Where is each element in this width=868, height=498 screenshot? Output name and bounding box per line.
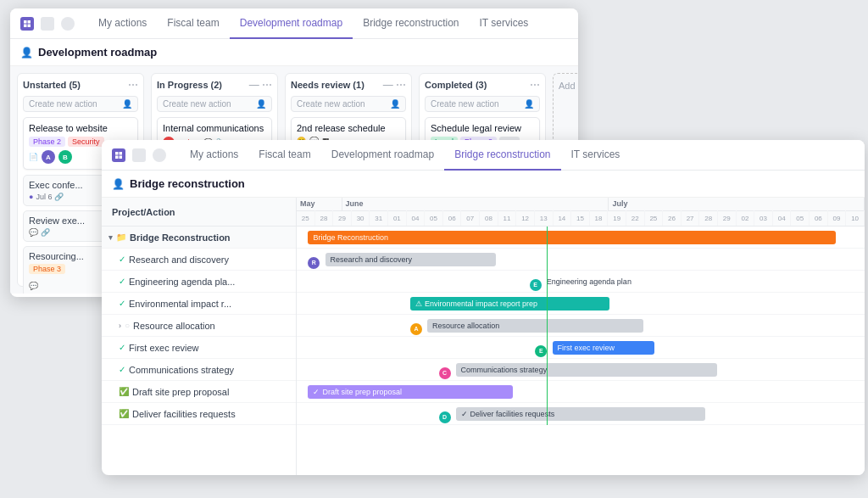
gantt-window: My actions Fiscal team Development roadm… (102, 140, 865, 475)
card-title-legal: Schedule legal review (431, 123, 534, 133)
month-june: June (342, 198, 609, 210)
user-icon-2: 👤 (112, 178, 125, 190)
add-status-text: Add a new status (559, 81, 578, 91)
tab-gantt-dev-roadmap[interactable]: Development roadmap (321, 140, 444, 171)
sidebar-row-engineering[interactable]: ✓ Engineering agenda pla... (102, 271, 296, 293)
tab-gantt-my-actions[interactable]: My actions (180, 140, 248, 171)
gantt-days: 2528293031010405060708111213141518192225… (297, 210, 865, 226)
day-label: 27 (682, 210, 700, 226)
create-action-completed[interactable]: Create new action 👤 (425, 96, 540, 112)
mic-icon-2[interactable] (153, 148, 166, 162)
check-icon-2: ✓ (119, 277, 125, 286)
check-bar-2: ✓ (461, 410, 468, 418)
sidebar-row-exec[interactable]: ✓ First exec review (102, 337, 296, 359)
svg-rect-0 (24, 20, 27, 24)
tab-it-services[interactable]: IT services (470, 8, 539, 39)
avatar-comms: C (439, 363, 451, 379)
col-menu-completed[interactable]: ⋯ (530, 79, 540, 91)
day-label: 30 (352, 210, 370, 226)
gantt-row-env: ⚠ Environmental impact report prep (297, 293, 865, 315)
day-label: 28 (699, 210, 718, 226)
svg-rect-6 (115, 155, 119, 159)
check-icon-3: ✓ (119, 299, 125, 308)
sidebar-row-research[interactable]: ✓ Research and discovery (102, 249, 296, 271)
create-action-progress[interactable]: Create new action 👤 (157, 96, 272, 112)
tag-security: Security (68, 137, 104, 147)
chevron-icon: ▾ (108, 233, 113, 242)
create-text-2: Create new action (163, 99, 253, 109)
day-label: 04 (773, 210, 792, 226)
create-action-review[interactable]: Create new action 👤 (291, 96, 406, 112)
gantt-row-comms: C Communications strategy (297, 359, 865, 381)
table-icon[interactable] (41, 17, 54, 31)
col-menu-progress[interactable]: — ⋯ (249, 79, 272, 91)
svg-rect-4 (115, 152, 119, 155)
check-icon-5: ✓ (119, 343, 125, 352)
bar-env: ⚠ Environmental impact report prep (410, 297, 609, 311)
col-menu-review[interactable]: — ⋯ (383, 79, 406, 91)
mic-icon[interactable] (61, 17, 75, 31)
tab-gantt-fiscal[interactable]: Fiscal team (248, 140, 320, 171)
gantt-row-research: R Research and discovery (297, 249, 865, 271)
folder-icon: 📁 (116, 232, 126, 242)
app-icons (20, 17, 75, 31)
create-action-unstarted[interactable]: Create new action 👤 (23, 96, 138, 112)
sidebar-row-deliver[interactable]: ✅ Deliver facilities requests (102, 403, 296, 425)
sidebar-row-draft[interactable]: ✅ Draft site prep proposal (102, 381, 296, 403)
avatar-1: A (42, 150, 55, 164)
card-title-release: 2nd release schedule (297, 123, 400, 133)
bar-label-draft: Draft site prep proposal (322, 388, 402, 396)
day-label: 28 (315, 210, 334, 226)
day-label: 26 (663, 210, 682, 226)
col-menu-unstarted[interactable]: ⋯ (128, 79, 138, 91)
gantt-page-title: Bridge reconstruction (130, 177, 245, 190)
day-label: 29 (718, 210, 737, 226)
tab-gantt-it[interactable]: IT services (561, 140, 631, 171)
day-label: 09 (828, 210, 847, 226)
tab-bridge[interactable]: Bridge reconstruction (353, 8, 469, 39)
col-title-progress: In Progress (2) (157, 80, 222, 90)
sidebar-row-env[interactable]: ✓ Environmental impact r... (102, 293, 296, 315)
sidebar-row-resource[interactable]: › ○ Resource allocation (102, 315, 296, 337)
app-icons-2 (112, 148, 166, 162)
tab-gantt-bridge[interactable]: Bridge reconstruction (444, 140, 560, 171)
tab-my-actions[interactable]: My actions (88, 8, 157, 39)
day-label: 03 (754, 210, 773, 226)
day-label: 11 (498, 210, 517, 226)
chat-icon: 💬 (29, 228, 38, 237)
sidebar-row-comms[interactable]: ✓ Communications strategy (102, 359, 296, 381)
gantt-row-resource: A Resource allocation (297, 315, 865, 337)
gantt-sidebar: Project/Action ▾ 📁 Bridge Reconstruction… (102, 198, 297, 475)
tab-fiscal-team[interactable]: Fiscal team (157, 8, 229, 39)
day-label: 14 (554, 210, 572, 226)
day-label: 31 (370, 210, 388, 226)
gantt-body: Bridge Reconstruction R Research and dis… (297, 227, 865, 425)
card-title-comms: Internal communications (163, 123, 266, 133)
tab-dev-roadmap[interactable]: Development roadmap (230, 8, 353, 39)
doc-icon: 📄 (29, 153, 38, 161)
svg-rect-2 (24, 24, 27, 27)
bar-exec: First exec review (553, 341, 655, 355)
bar-bridge: Bridge Reconstruction (308, 231, 836, 244)
user-icon: 👤 (20, 47, 33, 59)
svg-rect-5 (120, 152, 123, 155)
svg-rect-3 (28, 24, 31, 27)
day-label: 02 (737, 210, 755, 226)
check-done-icon-2: ✅ (119, 409, 129, 418)
grid-icon-gantt[interactable] (112, 148, 125, 162)
kanban-page-header: 👤 Development roadmap (10, 39, 578, 66)
avatar-2: B (58, 150, 72, 164)
grid-icon[interactable] (20, 17, 34, 31)
bar-label-comms: Communications strategy (461, 366, 548, 374)
tag-phase3: Phase 3 (29, 264, 65, 274)
check-icon-6: ✓ (119, 365, 125, 374)
day-label: 01 (388, 210, 407, 226)
today-line (547, 227, 548, 425)
add-person-icon-2: 👤 (256, 99, 266, 109)
kanban-nav: My actions Fiscal team Development roadm… (88, 8, 538, 38)
gantt-layout: Project/Action ▾ 📁 Bridge Reconstruction… (102, 198, 865, 475)
bar-research: Research and discovery (326, 253, 496, 266)
warn-icon: ⚠ (415, 299, 422, 308)
table-icon-2[interactable] (132, 148, 146, 162)
sidebar-row-bridge[interactable]: ▾ 📁 Bridge Reconstruction (102, 227, 296, 249)
